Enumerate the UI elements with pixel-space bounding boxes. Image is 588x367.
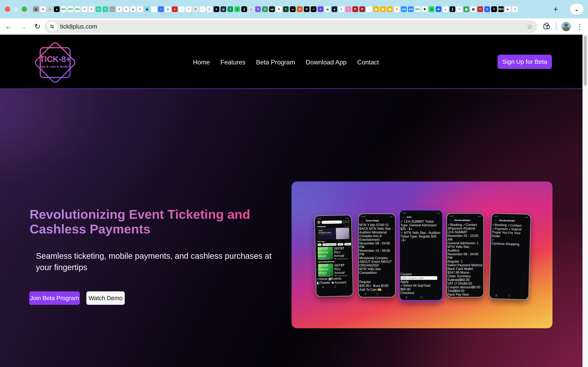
tab-favicon[interactable]: {}	[429, 6, 434, 12]
forward-button[interactable]: →	[20, 22, 27, 31]
tab-favicon[interactable]: ▤	[380, 6, 386, 12]
tab-favicon[interactable]: ✺	[276, 6, 282, 12]
tab-favicon[interactable]: ◉	[144, 6, 150, 12]
tab-favicon[interactable]: ◎	[165, 6, 171, 12]
signup-beta-button[interactable]: Sign Up for Beta	[498, 55, 552, 69]
tab-favicon[interactable]: G	[394, 6, 400, 12]
minimize-window-button[interactable]	[13, 7, 18, 12]
payment-bank-card: Bank Card	[448, 267, 463, 271]
bookmark-star-icon[interactable]: ☆	[527, 22, 533, 31]
tab-favicon[interactable]: G	[207, 6, 212, 12]
watch-demo-button[interactable]: Watch Demo	[86, 291, 125, 305]
page-scrollbar[interactable]	[582, 35, 588, 367]
url-text[interactable]: tick8plus.com	[60, 23, 527, 30]
tab-favicon[interactable]: V	[491, 6, 497, 12]
tab-favicon[interactable]: ↯	[304, 6, 310, 12]
tab-favicon[interactable]: ✳	[89, 6, 94, 12]
tab-favicon[interactable]: S	[255, 6, 261, 12]
tab-favicon[interactable]: MG	[415, 6, 421, 12]
tab-favicon[interactable]: ⊓	[477, 6, 483, 12]
new-tab-button[interactable]: +	[550, 5, 562, 14]
tab-favicon[interactable]: ║	[346, 6, 351, 12]
reload-button[interactable]: ↻	[34, 22, 40, 31]
tab-favicon[interactable]: MG	[75, 6, 80, 12]
phone-checkout: 11:21▲ ▮ ←checkout/index ✓Booking ✓Conta…	[446, 213, 484, 298]
tab-favicon[interactable]: ▲	[443, 6, 448, 12]
scrollbar-thumb[interactable]	[584, 36, 587, 86]
tab-favicon[interactable]: ▣	[463, 6, 469, 12]
tab-favicon[interactable]: ▤	[470, 6, 476, 12]
extensions-icon[interactable]	[544, 24, 549, 29]
tab-favicon[interactable]: ✳	[123, 6, 129, 12]
tab-favicon[interactable]: ✳	[82, 6, 87, 12]
tab-favicon[interactable]: up	[269, 6, 275, 12]
nav-home[interactable]: Home	[193, 59, 210, 66]
tab-favicon[interactable]: DEV	[498, 6, 504, 12]
tab-favicon[interactable]: G	[457, 6, 462, 12]
site-settings-icon[interactable]	[47, 22, 57, 31]
tab-favicon[interactable]: ≋	[436, 6, 441, 12]
tab-favicon[interactable]: {}	[234, 6, 240, 12]
close-window-button[interactable]	[5, 7, 10, 12]
tab-favicon[interactable]: zm	[408, 6, 414, 12]
tab-favicon[interactable]: ×	[318, 6, 323, 12]
tab-favicon[interactable]: ψ	[130, 6, 136, 12]
join-beta-button[interactable]: Join Beta Program	[29, 291, 80, 305]
tab-favicon[interactable]: ∥	[241, 6, 247, 12]
tab-favicon[interactable]: ✳	[137, 6, 143, 12]
tab-favicon[interactable]: ◈	[311, 6, 316, 12]
tab-favicon[interactable]: ●	[200, 6, 205, 12]
tab-favicon[interactable]: ∅	[193, 6, 199, 12]
nav-features[interactable]: Features	[221, 59, 245, 66]
tab-favicon[interactable]: ❋	[422, 6, 428, 12]
tab-favicon[interactable]: ●	[47, 6, 53, 12]
pay-now-button: Pay Now	[456, 293, 469, 296]
tick8-logo[interactable]: TICK-8+ See 8, Like 8, Book 8	[34, 39, 77, 86]
profile-avatar[interactable]	[562, 22, 571, 31]
tab-favicon[interactable]: P	[352, 6, 358, 12]
browser-menu-icon[interactable]: ⋮	[576, 22, 583, 31]
address-bar[interactable]: tick8plus.com ☆	[44, 20, 537, 33]
tab-favicon[interactable]: ♡	[186, 6, 191, 12]
tab-favicon[interactable]: S	[262, 6, 268, 12]
tab-favicon[interactable]: ▲	[290, 6, 296, 12]
tab-favicon[interactable]: ●	[248, 6, 254, 12]
tab-favicon[interactable]: +	[227, 6, 233, 12]
tab-favicon[interactable]: ▤	[387, 6, 393, 12]
tab-favicon[interactable]: N	[297, 6, 303, 12]
tab-favicon[interactable]: ∿	[95, 6, 101, 12]
tab-favicon[interactable]: ◉	[33, 6, 39, 12]
tab-favicon[interactable]: ≡	[158, 6, 164, 12]
tab-favicon[interactable]: zm	[401, 6, 407, 12]
nav-beta-program[interactable]: Beta Program	[256, 59, 295, 66]
tab-favicon[interactable]: ✦	[214, 6, 219, 12]
tab-favicon[interactable]: ↯	[283, 6, 289, 12]
tab-favicon[interactable]: ∥	[450, 6, 455, 12]
tab-favicon[interactable]: ◔	[151, 6, 157, 12]
tab-favicon[interactable]: ◔	[366, 6, 372, 12]
tab-favicon[interactable]: ◉	[221, 6, 226, 12]
tab-favicon[interactable]: ▣	[325, 6, 330, 12]
tab-favicon[interactable]: ▶	[505, 6, 511, 12]
zoom-window-button[interactable]	[22, 7, 27, 12]
tab-favicon[interactable]: ✳	[116, 6, 122, 12]
tab-favicon[interactable]: +	[172, 6, 178, 12]
tab-favicon[interactable]: ▲	[332, 6, 337, 12]
nav-download-app[interactable]: Download App	[306, 59, 346, 66]
tab-favicon[interactable]: ✓	[179, 6, 185, 12]
back-button[interactable]: ←	[5, 22, 12, 31]
tab-favicon[interactable]: V	[484, 6, 490, 12]
tab-favicon[interactable]: ✎	[338, 6, 344, 12]
tab-favicon[interactable]: MG	[68, 6, 73, 12]
tab-favicon[interactable]: M	[40, 6, 46, 12]
event-banner: MTN Y'ello STAR IS BACK MTN Yello Star -…	[359, 223, 394, 242]
tab-favicon[interactable]: ◐	[109, 6, 115, 12]
nav-contact[interactable]: Contact	[357, 59, 379, 66]
tab-favicon[interactable]: ▲	[54, 6, 60, 12]
tab-favicon[interactable]: MG	[61, 6, 67, 12]
tab-favicon[interactable]: V	[512, 6, 518, 12]
tab-search-button[interactable]: ⌄	[570, 4, 584, 15]
tab-favicon[interactable]: ▤	[373, 6, 379, 12]
tab-favicon[interactable]: P	[359, 6, 365, 12]
tab-favicon[interactable]: ∿	[103, 6, 108, 12]
